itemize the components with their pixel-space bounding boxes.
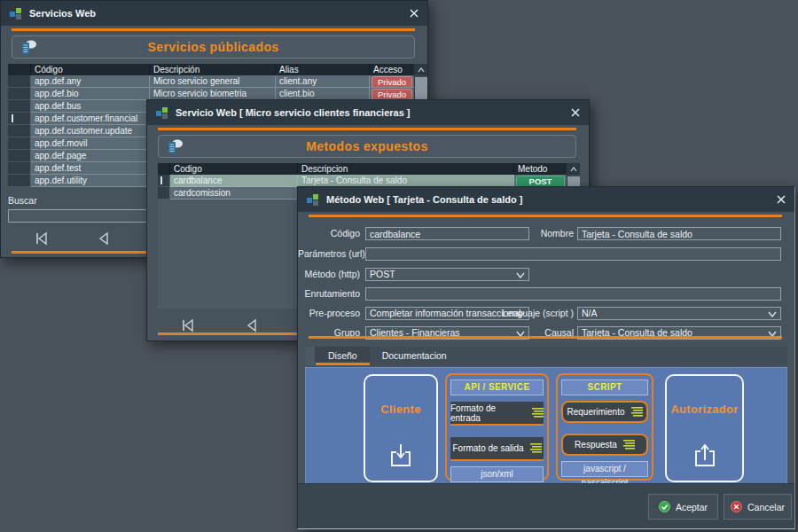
upload-icon (667, 440, 742, 470)
lenguaje-label: Lenguaje (script ) (493, 307, 574, 320)
nav-first-button[interactable] (30, 230, 53, 247)
download-icon (365, 440, 436, 470)
accent-rule (309, 215, 782, 217)
metodo-http-select[interactable]: POST (365, 268, 529, 281)
close-icon[interactable] (777, 195, 786, 204)
services-table-header: Código Descripción Alias Acceso (8, 64, 427, 75)
output-format-button[interactable]: Formato de salida (450, 437, 544, 461)
published-services-header: Servicios públicados (12, 35, 415, 59)
col-header-codigo[interactable]: Codigo (170, 163, 298, 175)
script-language-footer: javascript / pascalscript (561, 461, 648, 477)
api-service-group: API / SERVICE Formato de entrada Formato… (445, 373, 549, 481)
tab-documentacion[interactable]: Documentacion (370, 347, 459, 365)
table-row-selected[interactable]: cardbalance Tarjeta - Consulta de saldo … (158, 175, 580, 187)
lenguaje-select[interactable]: N/A (577, 307, 781, 320)
enrutamiento-field[interactable] (365, 287, 781, 301)
codigo-label: Código (298, 227, 360, 240)
authorizer-label: Autorizador (667, 403, 742, 416)
api-service-title: API / SERVICE (450, 379, 544, 395)
accent-rule-mid (309, 336, 782, 339)
row-cursor-icon (12, 114, 13, 122)
enrutamiento-label: Enrutamiento (298, 287, 360, 301)
codigo-field[interactable] (365, 227, 529, 240)
app-logo-icon (10, 8, 22, 20)
parametros-field[interactable] (365, 247, 781, 261)
accent-rule (12, 28, 415, 31)
cancel-button[interactable]: Cancelar (724, 494, 792, 520)
table-row[interactable]: app.def.bio Micro servicio biometria cli… (8, 88, 427, 100)
preproceso-label: Pre-proceso (298, 307, 360, 320)
chevron-down-icon (516, 272, 525, 278)
close-icon[interactable] (410, 9, 419, 18)
list-lines-icon (532, 408, 544, 418)
col-header-acceso[interactable]: Acceso (370, 64, 415, 75)
output-format-label: Formato de salida (452, 443, 523, 453)
search-label: Buscar (8, 194, 37, 207)
table-row[interactable]: app.def.any Micro servicio general clien… (8, 75, 427, 88)
methods-table-header: Codigo Descripcion Metodo (158, 163, 580, 175)
response-script-button[interactable]: Respuesta (561, 434, 648, 456)
tab-bar: Diseño Documentacion (305, 347, 787, 365)
nav-previous-button[interactable] (92, 230, 115, 247)
panel-title: Metodos expuestos (159, 139, 575, 153)
lenguaje-value: N/A (582, 308, 598, 318)
accept-label: Aceptar (676, 502, 708, 512)
metodo-http-value: POST (370, 269, 395, 279)
list-lines-icon (530, 443, 542, 453)
client-label: Cliente (365, 403, 436, 416)
col-header-alias[interactable]: Alias (276, 64, 370, 75)
authorizer-node[interactable]: Autorizador (665, 374, 744, 482)
col-header-descripcion[interactable]: Descripción (150, 64, 276, 75)
chevron-down-icon (768, 311, 777, 317)
accent-rule (158, 128, 576, 130)
input-format-button[interactable]: Formato de entrada (450, 402, 544, 426)
panel-title: Servicios públicados (12, 40, 414, 54)
window-metodo-web: Método Web [ Tarjeta - Consulta de saldo… (297, 186, 795, 529)
request-script-label: Requerimiento (567, 407, 624, 417)
col-header-metodo[interactable]: Metodo (514, 163, 567, 175)
client-node[interactable]: Cliente (364, 374, 438, 482)
col-header-descripcion[interactable]: Descripcion (298, 163, 514, 175)
status-badge: Privado (372, 76, 412, 88)
response-script-label: Respuesta (575, 440, 617, 450)
x-ball-icon (731, 501, 742, 512)
api-format-footer: json/xml (450, 466, 544, 482)
nav-previous-button[interactable] (240, 317, 263, 334)
close-icon[interactable] (571, 108, 580, 117)
row-cursor-icon (160, 176, 162, 184)
cancel-label: Cancelar (747, 502, 785, 512)
window-title: Servicio Web [ Micro servicio clientes f… (176, 107, 411, 118)
bottom-bar: Aceptar Cancelar (298, 483, 794, 528)
check-ball-icon (659, 501, 670, 512)
parametros-label: Parámetros (url) (298, 247, 360, 261)
window-title: Método Web [ Tarjeta - Consulta de saldo… (326, 194, 522, 205)
nav-first-button[interactable] (176, 317, 200, 334)
titlebar-servicio[interactable]: Servicio Web [ Micro servicio clientes f… (147, 100, 589, 125)
tab-corner (305, 347, 316, 365)
script-group: SCRIPT Requerimiento Respuesta javascrip… (556, 373, 653, 481)
scrollbar-thumb[interactable] (415, 77, 427, 100)
request-script-button[interactable]: Requerimiento (561, 401, 648, 423)
titlebar-metodo[interactable]: Método Web [ Tarjeta - Consulta de saldo… (298, 187, 794, 212)
app-logo-icon (156, 107, 168, 119)
list-lines-icon (623, 440, 635, 450)
scroll-up-icon[interactable] (415, 64, 427, 75)
titlebar-servicios[interactable]: Servicios Web (1, 1, 427, 26)
accept-button[interactable]: Aceptar (648, 494, 718, 520)
list-lines-icon (631, 407, 643, 417)
exposed-methods-header: Metodos expuestos (158, 135, 576, 158)
input-format-label: Formato de entrada (450, 403, 526, 423)
tab-diseno[interactable]: Diseño (316, 347, 370, 365)
window-title: Servicios Web (29, 8, 96, 19)
cloud-server-icon (166, 138, 184, 154)
cloud-server-icon (20, 39, 37, 55)
app-logo-icon (307, 194, 319, 206)
col-header-codigo[interactable]: Código (31, 64, 150, 75)
design-canvas: Cliente API / SERVICE Formato de entrada… (305, 367, 787, 486)
nombre-field[interactable] (577, 227, 781, 240)
script-title: SCRIPT (561, 379, 648, 395)
metodo-http-label: Método (http) (298, 268, 360, 281)
nombre-label: Nombre (511, 227, 574, 240)
scroll-up-icon[interactable] (567, 163, 580, 175)
